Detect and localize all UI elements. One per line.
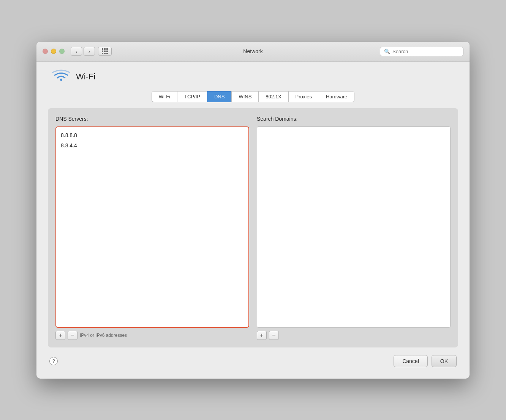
search-domain-remove-button[interactable]: − [269, 331, 279, 340]
dns-servers-label: DNS Servers: [55, 116, 249, 122]
title-bar: ‹ › Network 🔍 [36, 42, 470, 62]
search-domains-column: Search Domains: + − [257, 116, 451, 340]
content-area: Wi-Fi Wi-Fi TCP/IP DNS WINS 802.1X Proxi… [36, 62, 470, 379]
search-domains-label: Search Domains: [257, 116, 451, 122]
cancel-button[interactable]: Cancel [394, 355, 428, 367]
tab-dns[interactable]: DNS [207, 91, 231, 102]
search-domain-add-button[interactable]: + [257, 331, 267, 340]
traffic-lights [43, 49, 65, 54]
dns-servers-list[interactable]: 8.8.8.8 8.8.4.4 [55, 126, 249, 328]
wifi-label: Wi-Fi [76, 72, 95, 82]
nav-buttons: ‹ › [71, 47, 95, 56]
minimize-button[interactable] [51, 49, 56, 54]
grid-view-button[interactable] [98, 47, 112, 56]
dns-hint: IPv4 or IPv6 addresses [80, 333, 127, 338]
wifi-icon [52, 69, 71, 84]
tab-wifi[interactable]: Wi-Fi [152, 91, 177, 102]
list-item: 8.8.8.8 [59, 130, 245, 141]
window-title: Network [243, 48, 262, 54]
tab-bar: Wi-Fi TCP/IP DNS WINS 802.1X Proxies Har… [48, 91, 458, 102]
search-domains-list[interactable] [257, 126, 451, 328]
tab-hardware[interactable]: Hardware [319, 91, 354, 102]
tab-tcpip[interactable]: TCP/IP [177, 91, 207, 102]
search-icon: 🔍 [384, 49, 390, 54]
grid-icon [102, 48, 108, 54]
wifi-header: Wi-Fi [52, 69, 458, 84]
ok-button[interactable]: OK [432, 355, 457, 367]
dns-panel: DNS Servers: 8.8.8.8 8.8.4.4 + − IPv4 or… [48, 108, 458, 347]
columns: DNS Servers: 8.8.8.8 8.8.4.4 + − IPv4 or… [55, 116, 451, 340]
bottom-bar: ? Cancel OK [48, 355, 458, 367]
dns-servers-column: DNS Servers: 8.8.8.8 8.8.4.4 + − IPv4 or… [55, 116, 249, 340]
dns-servers-actions: + − IPv4 or IPv6 addresses [55, 331, 249, 340]
maximize-button[interactable] [59, 49, 65, 54]
search-bar[interactable]: 🔍 [380, 47, 463, 56]
search-input[interactable] [392, 49, 459, 54]
main-window: ‹ › Network 🔍 [36, 42, 470, 379]
dialog-buttons: Cancel OK [394, 355, 457, 367]
tab-proxies[interactable]: Proxies [288, 91, 319, 102]
dns-remove-button[interactable]: − [68, 331, 77, 340]
tab-wins[interactable]: WINS [231, 91, 258, 102]
tab-8021x[interactable]: 802.1X [258, 91, 288, 102]
back-button[interactable]: ‹ [71, 47, 82, 56]
search-domains-actions: + − [257, 331, 451, 340]
list-item: 8.8.4.4 [59, 141, 245, 151]
close-button[interactable] [43, 49, 48, 54]
help-button[interactable]: ? [49, 357, 58, 365]
forward-button[interactable]: › [84, 47, 95, 56]
dns-add-button[interactable]: + [55, 331, 65, 340]
